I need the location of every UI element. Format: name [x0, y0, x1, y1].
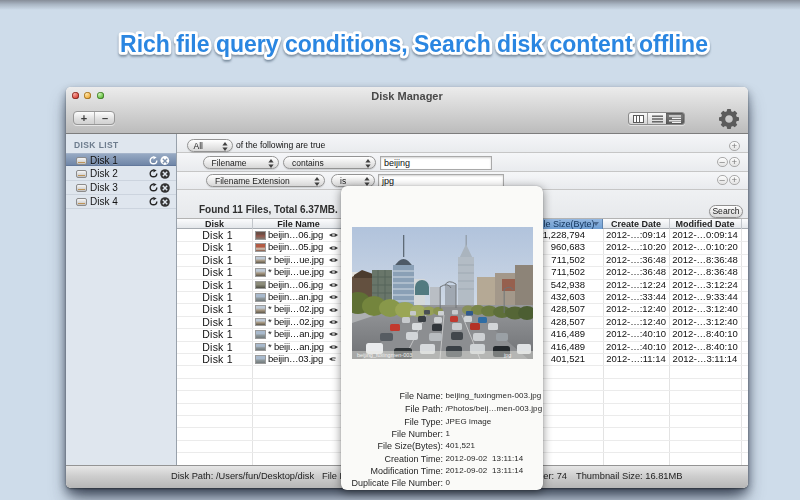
svg-text:Rich file query conditions, Se: Rich file query conditions, Search disk …	[120, 31, 708, 57]
svg-text:jpg: jpg	[503, 352, 511, 358]
svg-text:beijing_fuxingmen-003: beijing_fuxingmen-003	[357, 352, 412, 358]
